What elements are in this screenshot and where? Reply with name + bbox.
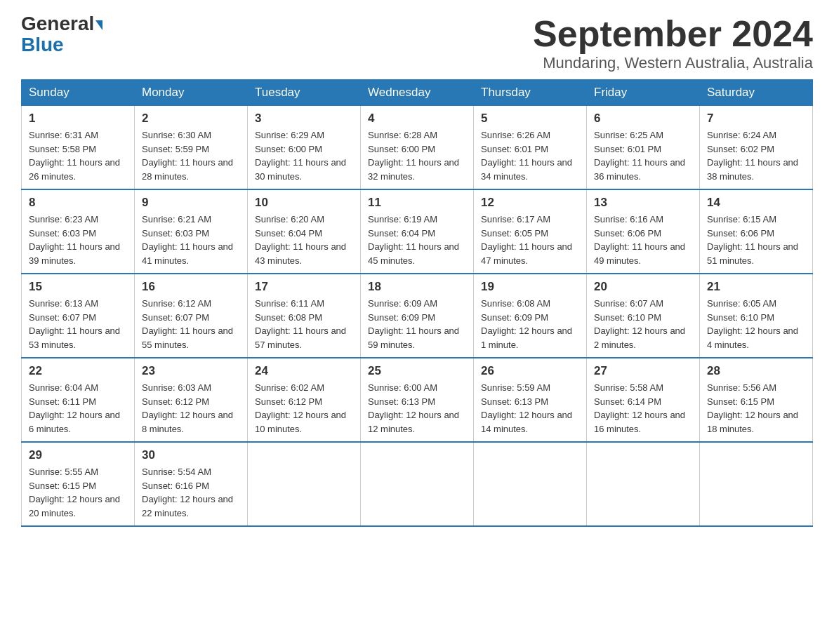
day-number: 15 (29, 280, 127, 294)
calendar-cell: 1Sunrise: 6:31 AMSunset: 5:58 PMDaylight… (22, 106, 135, 190)
day-number: 21 (707, 280, 805, 294)
day-info: Sunrise: 6:30 AMSunset: 5:59 PMDaylight:… (142, 128, 240, 183)
logo-triangle-icon (95, 20, 102, 30)
day-info: Sunrise: 6:25 AMSunset: 6:01 PMDaylight:… (594, 128, 692, 183)
calendar-week-row: 8Sunrise: 6:23 AMSunset: 6:03 PMDaylight… (22, 189, 813, 274)
day-number: 9 (142, 196, 240, 210)
day-number: 29 (29, 448, 127, 462)
day-number: 27 (594, 364, 692, 378)
logo-line1: General (21, 14, 102, 34)
calendar-cell (248, 442, 361, 526)
calendar-header-friday: Friday (587, 80, 700, 106)
location-title: Mundaring, Western Australia, Australia (533, 54, 813, 72)
calendar-cell: 26Sunrise: 5:59 AMSunset: 6:13 PMDayligh… (474, 358, 587, 442)
calendar-header-saturday: Saturday (700, 80, 813, 106)
day-number: 18 (368, 280, 466, 294)
logo: General Blue (21, 14, 102, 56)
calendar-cell: 24Sunrise: 6:02 AMSunset: 6:12 PMDayligh… (248, 358, 361, 442)
calendar-cell: 13Sunrise: 6:16 AMSunset: 6:06 PMDayligh… (587, 189, 700, 274)
calendar-header-sunday: Sunday (22, 80, 135, 106)
calendar-cell: 25Sunrise: 6:00 AMSunset: 6:13 PMDayligh… (361, 358, 474, 442)
day-info: Sunrise: 6:28 AMSunset: 6:00 PMDaylight:… (368, 128, 466, 183)
day-number: 1 (29, 112, 127, 126)
calendar-cell (361, 442, 474, 526)
day-info: Sunrise: 6:20 AMSunset: 6:04 PMDaylight:… (255, 213, 353, 267)
calendar-cell: 21Sunrise: 6:05 AMSunset: 6:10 PMDayligh… (700, 274, 813, 358)
calendar-cell: 9Sunrise: 6:21 AMSunset: 6:03 PMDaylight… (135, 189, 248, 274)
calendar-cell: 2Sunrise: 6:30 AMSunset: 5:59 PMDaylight… (135, 106, 248, 190)
calendar-cell (700, 442, 813, 526)
day-info: Sunrise: 6:17 AMSunset: 6:05 PMDaylight:… (481, 213, 579, 267)
day-number: 10 (255, 196, 353, 210)
day-number: 16 (142, 280, 240, 294)
day-info: Sunrise: 6:09 AMSunset: 6:09 PMDaylight:… (368, 297, 466, 351)
calendar-cell (474, 442, 587, 526)
day-info: Sunrise: 6:02 AMSunset: 6:12 PMDaylight:… (255, 381, 353, 436)
calendar-cell: 20Sunrise: 6:07 AMSunset: 6:10 PMDayligh… (587, 274, 700, 358)
calendar-cell: 19Sunrise: 6:08 AMSunset: 6:09 PMDayligh… (474, 274, 587, 358)
day-info: Sunrise: 5:59 AMSunset: 6:13 PMDaylight:… (481, 381, 579, 436)
day-info: Sunrise: 6:05 AMSunset: 6:10 PMDaylight:… (707, 297, 805, 351)
calendar-cell: 18Sunrise: 6:09 AMSunset: 6:09 PMDayligh… (361, 274, 474, 358)
day-info: Sunrise: 6:04 AMSunset: 6:11 PMDaylight:… (29, 381, 127, 436)
day-info: Sunrise: 6:19 AMSunset: 6:04 PMDaylight:… (368, 213, 466, 267)
day-number: 25 (368, 364, 466, 378)
calendar-cell: 23Sunrise: 6:03 AMSunset: 6:12 PMDayligh… (135, 358, 248, 442)
day-info: Sunrise: 6:24 AMSunset: 6:02 PMDaylight:… (707, 128, 805, 183)
day-number: 6 (594, 112, 692, 126)
calendar-cell (587, 442, 700, 526)
day-info: Sunrise: 5:54 AMSunset: 6:16 PMDaylight:… (142, 465, 240, 520)
calendar-cell: 10Sunrise: 6:20 AMSunset: 6:04 PMDayligh… (248, 189, 361, 274)
calendar-cell: 3Sunrise: 6:29 AMSunset: 6:00 PMDaylight… (248, 106, 361, 190)
day-info: Sunrise: 6:21 AMSunset: 6:03 PMDaylight:… (142, 213, 240, 267)
calendar-week-row: 15Sunrise: 6:13 AMSunset: 6:07 PMDayligh… (22, 274, 813, 358)
day-number: 14 (707, 196, 805, 210)
calendar-cell: 27Sunrise: 5:58 AMSunset: 6:14 PMDayligh… (587, 358, 700, 442)
day-info: Sunrise: 6:26 AMSunset: 6:01 PMDaylight:… (481, 128, 579, 183)
title-block: September 2024 Mundaring, Western Austra… (533, 14, 813, 72)
calendar-header-thursday: Thursday (474, 80, 587, 106)
calendar-header-row: SundayMondayTuesdayWednesdayThursdayFrid… (22, 80, 813, 106)
day-number: 11 (368, 196, 466, 210)
calendar-cell: 11Sunrise: 6:19 AMSunset: 6:04 PMDayligh… (361, 189, 474, 274)
calendar-table: SundayMondayTuesdayWednesdayThursdayFrid… (21, 79, 813, 527)
day-number: 28 (707, 364, 805, 378)
calendar-cell: 17Sunrise: 6:11 AMSunset: 6:08 PMDayligh… (248, 274, 361, 358)
page-header: General Blue September 2024 Mundaring, W… (21, 14, 813, 72)
day-info: Sunrise: 6:03 AMSunset: 6:12 PMDaylight:… (142, 381, 240, 436)
day-info: Sunrise: 6:16 AMSunset: 6:06 PMDaylight:… (594, 213, 692, 267)
calendar-cell: 4Sunrise: 6:28 AMSunset: 6:00 PMDaylight… (361, 106, 474, 190)
day-number: 12 (481, 196, 579, 210)
day-number: 2 (142, 112, 240, 126)
calendar-cell: 15Sunrise: 6:13 AMSunset: 6:07 PMDayligh… (22, 274, 135, 358)
calendar-cell: 30Sunrise: 5:54 AMSunset: 6:16 PMDayligh… (135, 442, 248, 526)
day-number: 22 (29, 364, 127, 378)
calendar-cell: 8Sunrise: 6:23 AMSunset: 6:03 PMDaylight… (22, 189, 135, 274)
calendar-header-monday: Monday (135, 80, 248, 106)
day-number: 23 (142, 364, 240, 378)
day-number: 13 (594, 196, 692, 210)
day-info: Sunrise: 6:08 AMSunset: 6:09 PMDaylight:… (481, 297, 579, 351)
day-info: Sunrise: 5:58 AMSunset: 6:14 PMDaylight:… (594, 381, 692, 436)
calendar-cell: 12Sunrise: 6:17 AMSunset: 6:05 PMDayligh… (474, 189, 587, 274)
calendar-week-row: 1Sunrise: 6:31 AMSunset: 5:58 PMDaylight… (22, 106, 813, 190)
day-number: 26 (481, 364, 579, 378)
day-number: 20 (594, 280, 692, 294)
calendar-week-row: 22Sunrise: 6:04 AMSunset: 6:11 PMDayligh… (22, 358, 813, 442)
day-info: Sunrise: 6:11 AMSunset: 6:08 PMDaylight:… (255, 297, 353, 351)
calendar-header-wednesday: Wednesday (361, 80, 474, 106)
calendar-cell: 14Sunrise: 6:15 AMSunset: 6:06 PMDayligh… (700, 189, 813, 274)
calendar-cell: 16Sunrise: 6:12 AMSunset: 6:07 PMDayligh… (135, 274, 248, 358)
calendar-cell: 29Sunrise: 5:55 AMSunset: 6:15 PMDayligh… (22, 442, 135, 526)
day-number: 3 (255, 112, 353, 126)
day-info: Sunrise: 6:07 AMSunset: 6:10 PMDaylight:… (594, 297, 692, 351)
day-info: Sunrise: 6:00 AMSunset: 6:13 PMDaylight:… (368, 381, 466, 436)
day-number: 24 (255, 364, 353, 378)
day-info: Sunrise: 6:31 AMSunset: 5:58 PMDaylight:… (29, 128, 127, 183)
day-number: 5 (481, 112, 579, 126)
day-info: Sunrise: 6:15 AMSunset: 6:06 PMDaylight:… (707, 213, 805, 267)
day-info: Sunrise: 5:55 AMSunset: 6:15 PMDaylight:… (29, 465, 127, 520)
calendar-week-row: 29Sunrise: 5:55 AMSunset: 6:15 PMDayligh… (22, 442, 813, 526)
day-info: Sunrise: 6:13 AMSunset: 6:07 PMDaylight:… (29, 297, 127, 351)
day-number: 30 (142, 448, 240, 462)
